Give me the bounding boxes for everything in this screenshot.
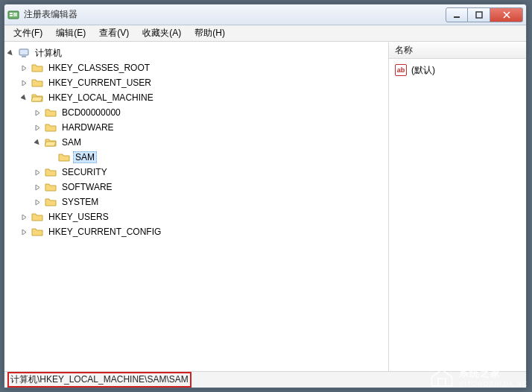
tree-label: SYSTEM <box>60 196 101 208</box>
tree-label: HARDWARE <box>60 121 116 133</box>
minimize-button[interactable] <box>446 7 468 22</box>
close-button[interactable] <box>490 7 523 22</box>
tree-hkcu[interactable]: HKEY_CURRENT_USER <box>19 75 388 90</box>
svg-rect-5 <box>476 12 482 18</box>
window-title: 注册表编辑器 <box>24 8 446 21</box>
tree-label: SECURITY <box>60 166 110 178</box>
expand-icon[interactable] <box>19 227 28 236</box>
tree-hardware[interactable]: HARDWARE <box>33 120 388 135</box>
tree-label-selected: SAM <box>73 151 97 163</box>
string-value-icon: ab <box>395 64 407 76</box>
values-header[interactable]: 名称 <box>389 42 526 59</box>
tree-label: HKEY_LOCAL_MACHINE <box>46 92 156 104</box>
expand-icon[interactable] <box>33 108 42 117</box>
expand-icon[interactable] <box>33 123 42 132</box>
folder-icon <box>31 226 43 238</box>
value-name: (默认) <box>411 64 435 77</box>
tree-sam[interactable]: SAM <box>33 135 388 150</box>
folder-icon <box>45 121 57 133</box>
menu-help[interactable]: 帮助(H) <box>189 25 231 41</box>
collapse-icon[interactable] <box>19 93 28 102</box>
tree-bcd[interactable]: BCD00000000 <box>33 105 388 120</box>
menu-view[interactable]: 查看(V) <box>93 25 135 41</box>
tree-root[interactable]: 计算机 <box>6 45 388 60</box>
column-name[interactable]: 名称 <box>395 44 413 57</box>
svg-rect-4 <box>454 16 460 18</box>
svg-rect-3 <box>13 13 17 16</box>
status-path: 计算机\HKEY_LOCAL_MACHINE\SAM\SAM <box>7 372 191 388</box>
values-pane: 名称 ab (默认) <box>389 42 526 371</box>
expand-icon[interactable] <box>19 212 28 221</box>
statusbar: 计算机\HKEY_LOCAL_MACHINE\SAM\SAM <box>4 371 526 388</box>
tree-hklm[interactable]: HKEY_LOCAL_MACHINE <box>19 90 388 105</box>
expand-icon[interactable] <box>33 168 42 177</box>
tree-hkcc[interactable]: HKEY_CURRENT_CONFIG <box>19 224 388 239</box>
tree-label: HKEY_USERS <box>46 211 111 223</box>
svg-rect-2 <box>10 15 13 16</box>
folder-icon <box>45 166 57 178</box>
values-list[interactable]: ab (默认) <box>389 59 526 371</box>
folder-icon <box>31 62 43 74</box>
menubar: 文件(F) 编辑(E) 查看(V) 收藏夹(A) 帮助(H) <box>4 25 526 42</box>
body: 计算机 HKEY_CLASSES_ROOT HKEY_CURRENT_USER <box>4 42 526 371</box>
menu-favorites[interactable]: 收藏夹(A) <box>136 25 187 41</box>
window-buttons <box>446 7 523 22</box>
maximize-button[interactable] <box>468 7 490 22</box>
tree-label: SAM <box>60 136 83 148</box>
svg-rect-1 <box>10 13 13 14</box>
svg-rect-7 <box>22 56 26 57</box>
folder-icon <box>45 196 57 208</box>
folder-icon <box>31 77 43 89</box>
folder-icon <box>31 211 43 223</box>
tree-label: BCD00000000 <box>60 107 123 118</box>
tree-label: 计算机 <box>33 46 64 60</box>
tree-label: SOFTWARE <box>60 181 115 193</box>
expand-icon[interactable] <box>33 197 42 206</box>
expand-icon[interactable] <box>19 78 28 87</box>
expand-icon[interactable] <box>33 183 42 192</box>
tree-system[interactable]: SYSTEM <box>33 195 388 209</box>
collapse-icon[interactable] <box>33 138 42 147</box>
menu-file[interactable]: 文件(F) <box>7 25 48 41</box>
folder-icon <box>58 151 70 163</box>
folder-open-icon <box>45 136 57 148</box>
tree-pane[interactable]: 计算机 HKEY_CLASSES_ROOT HKEY_CURRENT_USER <box>4 42 389 371</box>
tree-security[interactable]: SECURITY <box>33 165 388 180</box>
folder-icon <box>45 181 57 193</box>
folder-open-icon <box>31 92 43 104</box>
regedit-window: 注册表编辑器 文件(F) 编辑(E) 查看(V) 收藏夹(A) 帮助(H) 计算… <box>4 4 527 388</box>
tree-software[interactable]: SOFTWARE <box>33 180 388 195</box>
app-icon <box>7 9 19 21</box>
computer-icon <box>18 47 30 59</box>
titlebar[interactable]: 注册表编辑器 <box>4 4 526 25</box>
tree-label: HKEY_CLASSES_ROOT <box>46 62 152 74</box>
collapse-icon[interactable] <box>6 48 15 57</box>
tree-hku[interactable]: HKEY_USERS <box>19 209 388 224</box>
tree-hkcr[interactable]: HKEY_CLASSES_ROOT <box>19 60 388 75</box>
menu-edit[interactable]: 编辑(E) <box>50 25 92 41</box>
expand-icon[interactable] <box>19 63 28 72</box>
svg-rect-6 <box>19 49 28 55</box>
tree-sam-sam[interactable]: SAM <box>46 150 388 165</box>
tree-label: HKEY_CURRENT_USER <box>46 77 153 89</box>
value-row-default[interactable]: ab (默认) <box>395 63 520 77</box>
tree-label: HKEY_CURRENT_CONFIG <box>46 226 163 238</box>
folder-icon <box>45 107 57 118</box>
